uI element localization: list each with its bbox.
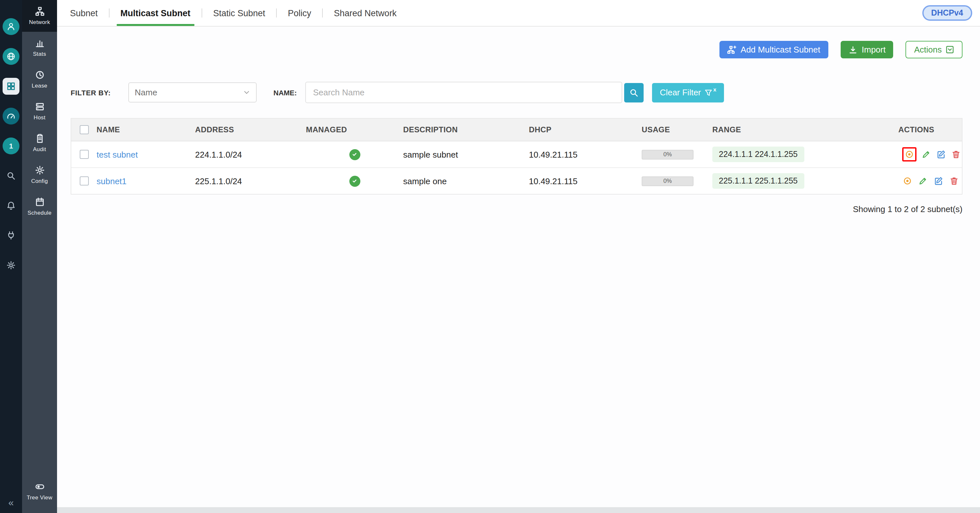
calendar-icon [35,197,45,207]
tab-subnet[interactable]: Subnet [68,0,100,26]
chevron-down-icon [243,89,250,96]
managed-check-icon [349,175,360,186]
sidebar-item-label: Tree View [27,494,52,500]
tab-label: Policy [288,8,311,18]
results-summary: Showing 1 to 2 of 2 subnet(s) [71,204,963,214]
clipboard-icon [35,134,45,143]
tab-label: Multicast Subnet [121,8,191,18]
tab-separator [322,8,323,18]
sidebar-item-stats[interactable]: Stats [22,32,57,64]
icon-rail: 1 « [0,0,22,513]
target-icon[interactable] [904,149,915,159]
sidebar-item-audit[interactable]: Audit [22,127,57,159]
filter-by-selected-value: Name [135,88,157,97]
tab-label: Static Subnet [213,8,266,18]
column-header-managed: MANAGED [306,125,403,134]
edit-icon[interactable] [933,176,944,186]
range-chip: 224.1.1.1 224.1.1.255 [712,147,804,162]
table-header-row: NAME ADDRESS MANAGED DESCRIPTION DHCP US… [71,119,962,142]
sidebar-item-schedule[interactable]: Schedule [22,191,57,223]
server-icon [35,102,45,112]
dhcp-version-badge[interactable]: DHCPv4 [922,5,972,21]
clear-filter-label: Clear Filter [660,88,701,97]
reports-badge: 1 [9,142,13,150]
content-area: Add Multicast Subnet Import Actions FILT… [57,27,980,513]
toggle-icon [35,481,45,491]
add-multicast-subnet-button[interactable]: Add Multicast Subnet [719,41,828,58]
actions-button[interactable]: Actions [906,41,963,58]
subnet-name-link[interactable]: subnet1 [97,176,127,186]
nav-rail: Network Stats Lease Host Audit Config Sc… [22,0,57,513]
delete-icon[interactable] [951,149,961,159]
usage-bar: 0% [642,176,694,186]
user-icon[interactable] [3,18,19,35]
tab-bar: Subnet Multicast Subnet Static Subnet Po… [57,0,980,27]
subnet-name-link[interactable]: test subnet [97,150,138,159]
wand-icon[interactable] [922,149,931,159]
sidebar-item-label: Host [34,114,46,121]
edit-icon[interactable] [936,149,946,159]
subnet-dhcp: 10.49.21.115 [529,150,642,159]
column-header-actions: ACTIONS [898,125,961,134]
tab-policy[interactable]: Policy [286,0,313,26]
main-area: Subnet Multicast Subnet Static Subnet Po… [57,0,980,513]
add-button-label: Add Multicast Subnet [740,45,820,54]
search-icon [629,88,638,97]
sidebar-item-label: Stats [33,51,46,57]
reports-icon[interactable]: 1 [3,137,19,155]
sitemap-icon [35,6,45,16]
gauge-icon[interactable] [3,108,19,124]
sidebar-item-lease[interactable]: Lease [22,64,57,96]
table-row: subnet1 225.1.1.0/24 sample one 10.49.21… [71,168,962,194]
usage-bar: 0% [642,150,694,159]
row-actions [898,147,961,161]
gear-icon[interactable] [3,257,19,274]
tab-label: Subnet [70,8,98,18]
sidebar-item-label: Lease [32,82,47,89]
sidebar-item-label: Schedule [27,209,51,216]
search-icon[interactable] [3,167,19,184]
tab-label: Shared Network [334,8,397,18]
sitemap-plus-icon [727,45,736,54]
managed-check-icon [349,149,360,160]
row-checkbox[interactable] [80,177,89,185]
highlight-box [902,147,916,161]
clock-icon [35,70,45,80]
target-icon[interactable] [902,176,913,186]
sidebar-item-network[interactable]: Network [22,0,57,32]
bell-icon[interactable] [3,197,19,214]
sidebar-item-label: Network [29,19,50,25]
search-button[interactable] [624,83,644,102]
delete-icon[interactable] [949,176,959,186]
subnet-dhcp: 10.49.21.115 [529,176,642,186]
toolbar: Add Multicast Subnet Import Actions [71,41,963,58]
import-button[interactable]: Import [840,41,894,58]
plug-icon[interactable] [3,227,19,244]
name-filter-label: NAME: [274,89,297,96]
collapse-sidebar-button[interactable]: « [0,497,22,508]
subnet-description: sample subnet [403,150,529,159]
filter-funnel-icon [704,89,712,96]
tab-separator [276,8,277,18]
actions-button-label: Actions [914,45,942,54]
sidebar-item-host[interactable]: Host [22,96,57,127]
caret-box-icon [946,45,954,54]
dns-globe-icon[interactable] [3,48,19,65]
app-window: 1 « Network Stats Lease Host Audit [0,0,980,513]
select-all-checkbox[interactable] [80,125,89,134]
network-app-icon[interactable] [3,78,19,95]
bottom-strip [57,507,980,513]
clear-filter-button[interactable]: Clear Filter x [652,83,724,102]
sidebar-item-tree-view[interactable]: Tree View [22,477,57,505]
row-checkbox[interactable] [80,150,89,159]
tab-static-subnet[interactable]: Static Subnet [211,0,267,26]
wand-icon[interactable] [918,176,928,186]
search-input[interactable] [305,82,622,103]
sidebar-item-config[interactable]: Config [22,159,57,191]
tab-shared-network[interactable]: Shared Network [332,0,399,26]
sidebar-item-label: Audit [33,146,46,152]
tab-multicast-subnet[interactable]: Multicast Subnet [119,0,192,26]
filter-by-select[interactable]: Name [128,82,257,102]
subnet-description: sample one [403,176,529,186]
column-header-usage: USAGE [642,125,712,134]
